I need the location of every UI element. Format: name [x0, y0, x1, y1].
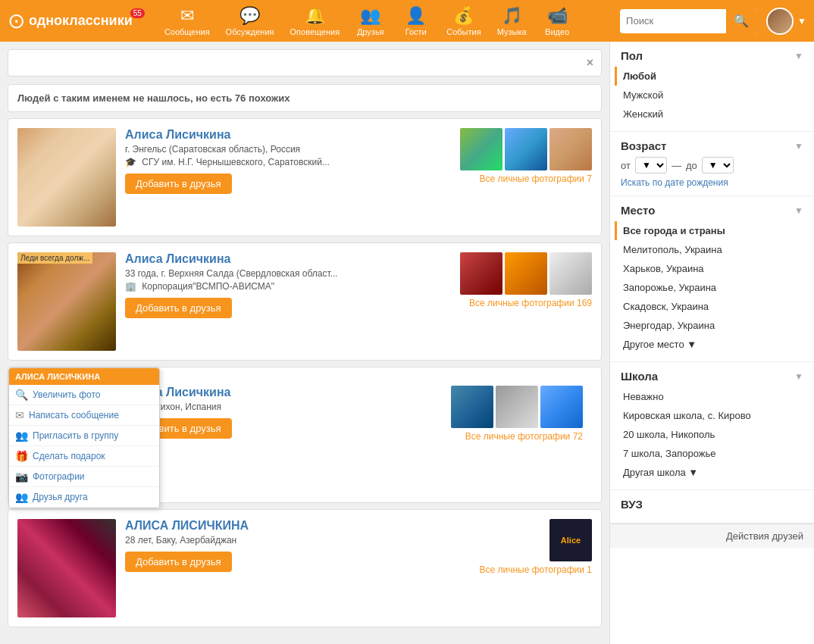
school-filter-section: Школа ▼ Неважно Кировская школа, с. Киро… [610, 362, 814, 490]
user-avatar[interactable] [17, 128, 116, 227]
top-search-button[interactable]: 🔍 [726, 9, 756, 33]
user-avatar-nav[interactable] [766, 8, 794, 35]
age-to-label: до [686, 160, 697, 171]
nav-messages[interactable]: ✉ Сообщения [158, 3, 216, 39]
context-menu-item-label: Фотографии [33, 471, 85, 482]
gift-icon: 🎁 [15, 450, 28, 462]
photo-thumb[interactable] [451, 386, 493, 428]
gender-option-female[interactable]: Женский [615, 105, 803, 123]
add-friend-button[interactable]: Добавить в друзья [125, 552, 232, 572]
photo-thumb[interactable]: Alice [549, 519, 592, 561]
add-friend-button[interactable]: Добавить в друзья [125, 174, 232, 194]
logo-text[interactable]: одноклассники [29, 13, 133, 29]
age-from-select[interactable]: ▼ [635, 157, 667, 174]
group-icon: 👥 [15, 430, 28, 442]
context-menu-item-enlarge[interactable]: 🔍 Увеличить фото [9, 385, 159, 405]
context-menu-item-invite-group[interactable]: 👥 Пригласить в группу [9, 426, 159, 446]
place-option-skadovsk[interactable]: Скадовск, Украина [615, 297, 803, 316]
photo-thumb[interactable] [505, 128, 547, 170]
clear-search-button[interactable]: × [587, 56, 593, 70]
all-photos-link[interactable]: Все личные фотографии 7 [479, 174, 592, 184]
age-filter-title: Возраст ▼ [621, 139, 803, 152]
photo-thumb[interactable] [549, 252, 592, 295]
photo-thumb[interactable] [460, 128, 502, 170]
context-menu-item-friends[interactable]: 👥 Друзья друга [9, 487, 159, 508]
video-icon: 📹 [547, 6, 568, 26]
user-info: Алиса Лисичкина 33 года, г. Верхняя Салд… [125, 252, 443, 351]
left-content: алиса лисичкна × Людей с таким именем не… [0, 42, 609, 644]
notifications-icon: 🔔 [305, 6, 325, 26]
school-option-nikopol[interactable]: 20 школа, Никополь [615, 425, 803, 444]
university-filter-title: ВУЗ [621, 498, 803, 511]
nav-friends[interactable]: 👥 Друзья [349, 3, 391, 39]
all-photos-link[interactable]: Все личные фотографии 72 [465, 431, 583, 442]
photos-section: Все личные фотографии 72 [443, 386, 583, 484]
user-card: Алиса Лисичкина г. Энгельс (Саратовская … [8, 118, 602, 236]
context-menu-item-message[interactable]: ✉ Написать сообщение [9, 405, 159, 426]
photos-row: Alice [549, 519, 592, 561]
add-friend-button[interactable]: Добавить в друзья [125, 298, 232, 318]
user-name[interactable]: Алиса Лисичкина [125, 386, 434, 399]
place-option-melitopol[interactable]: Мелитополь, Украина [615, 240, 803, 259]
place-arrow: ▼ [794, 205, 803, 216]
actions-bar: Действия друзей [610, 524, 814, 548]
nav-guests[interactable]: 👤 Гости [395, 3, 437, 39]
user-avatar[interactable]: Леди всегда долж... [17, 252, 116, 351]
place-filter-section: Место ▼ Все города и страны Мелитополь, … [610, 196, 814, 362]
user-name[interactable]: АЛИСА ЛИСИЧКИНА [125, 519, 443, 533]
nav-events[interactable]: 💰 События [440, 3, 487, 39]
nav-notifications[interactable]: 🔔 Оповещения [284, 3, 346, 39]
search-field-container: алиса лисичкна × [8, 49, 602, 77]
nav-discussions[interactable]: 💬 Обсуждения [220, 3, 280, 39]
place-option-kharkov[interactable]: Харьков, Украина [615, 259, 803, 278]
top-search-bar: 🔍 [620, 9, 756, 33]
top-search-input[interactable] [620, 15, 726, 27]
all-photos-link[interactable]: Все личные фотографии 1 [479, 564, 592, 575]
gender-arrow: ▼ [794, 51, 803, 61]
context-menu-item-label: Пригласить в группу [33, 430, 118, 441]
age-to-select[interactable]: ▼ [702, 157, 734, 174]
context-menu-item-label: Друзья друга [33, 492, 88, 502]
gender-filter-title: Пол ▼ [621, 49, 803, 62]
school-filter-title: Школа ▼ [621, 370, 803, 383]
place-option-other[interactable]: Другое место ▼ [615, 335, 803, 354]
context-menu-item-photos[interactable]: 📷 Фотографии [9, 467, 159, 487]
user-name[interactable]: Алиса Лисичкина [125, 128, 443, 142]
context-menu-item-gift[interactable]: 🎁 Сделать подарок [9, 446, 159, 467]
place-option-energodar[interactable]: Энергодар, Украина [615, 316, 803, 335]
photo-thumb[interactable] [540, 386, 583, 428]
place-option-all[interactable]: Все города и страны [615, 221, 803, 240]
user-location: 37 лет, хихон, Испания [125, 402, 434, 412]
photo-thumb[interactable] [505, 252, 547, 295]
user-location: 28 лет, Баку, Азербайджан [125, 535, 443, 546]
message-icon: ✉ [15, 409, 24, 421]
age-filter-section: Возраст ▼ от ▼ — до ▼ Искать по дате рож… [610, 132, 814, 196]
school-option-kirovo[interactable]: Кировская школа, с. Кирово [615, 406, 803, 425]
context-menu: АЛИСА ЛИСИЧКИНА 🔍 Увеличить фото ✉ Напис… [8, 367, 160, 508]
photo-thumb[interactable] [460, 252, 502, 295]
nav-music[interactable]: 🎵 Музыка [491, 3, 533, 39]
place-option-zaporizhie[interactable]: Запорожье, Украина [615, 278, 803, 297]
context-menu-item-label: Увеличить фото [33, 389, 101, 400]
gender-option-any[interactable]: Любой [615, 67, 803, 86]
school-option-zaporizhie-7[interactable]: 7 школа, Запорожье [615, 444, 803, 463]
all-photos-link[interactable]: Все личные фотографии 169 [469, 298, 592, 308]
user-location: г. Энгельс (Саратовская область), Россия [125, 144, 443, 155]
school-option-other[interactable]: Другая школа ▼ [615, 463, 803, 482]
school-option-any[interactable]: Неважно [615, 387, 803, 406]
nav-dropdown-arrow[interactable]: ▼ [797, 16, 806, 27]
school-arrow: ▼ [794, 371, 803, 382]
user-avatar[interactable] [17, 519, 116, 617]
gender-option-male[interactable]: Мужской [615, 86, 803, 105]
photo-thumb[interactable] [496, 386, 538, 428]
nav-video[interactable]: 📹 Видео [537, 3, 578, 39]
nav-notifications-label: Оповещения [290, 27, 340, 36]
birth-date-link[interactable]: Искать по дате рождения [621, 177, 803, 188]
search-input[interactable]: алиса лисичкна [16, 57, 587, 70]
photos-row [460, 128, 592, 170]
nav-discussions-label: Обсуждения [226, 27, 274, 36]
photo-thumb[interactable] [549, 128, 592, 170]
main-layout: алиса лисичкна × Людей с таким именем не… [0, 42, 814, 644]
user-name[interactable]: Алиса Лисичкина [125, 252, 443, 266]
photos-row [460, 252, 592, 295]
